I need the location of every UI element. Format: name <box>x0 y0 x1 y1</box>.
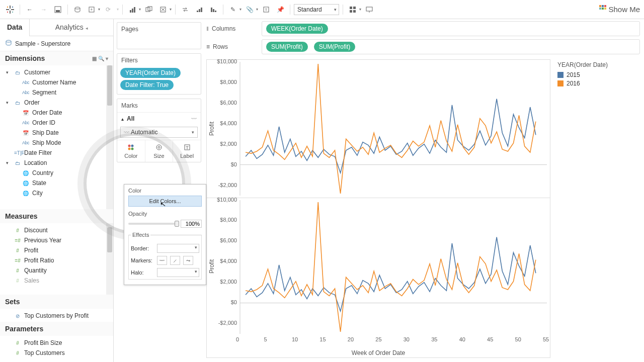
swap-icon[interactable]: ▾ <box>126 4 141 16</box>
mea-profit-ratio[interactable]: =#Profit Ratio <box>0 255 113 265</box>
svg-rect-24 <box>211 8 212 12</box>
parameters-header: Parameters <box>0 322 113 336</box>
dim-city[interactable]: 🌐City <box>0 188 113 198</box>
dim-order-date[interactable]: 📅Order Date <box>0 108 113 118</box>
show-me-button[interactable]: Show Me <box>608 5 640 14</box>
toolbar: ← → +▾ ⟳ ▾ ▾ ▾ ✎▾ 📎▾ T 📌 Standard ▾ Show… <box>0 0 644 19</box>
border-label: Border: <box>131 245 154 251</box>
columns-icon: ⦀ <box>206 25 209 32</box>
svg-rect-32 <box>353 10 356 13</box>
filter-pill-year[interactable]: YEAR(Order Date) <box>120 68 181 78</box>
marks-label-button[interactable]: T Label <box>173 140 201 162</box>
plot-area[interactable]: Profit-$2,000$0$2,000$4,000$6,000$8,000$… <box>206 59 550 358</box>
set-top-customers[interactable]: ⊘Top Customers by Profit <box>0 311 113 321</box>
tab-data[interactable]: Data <box>0 19 29 36</box>
color-legend[interactable]: YEAR(Order Date) 2015 2016 <box>554 59 640 358</box>
svg-rect-36 <box>602 5 604 7</box>
size-icon <box>155 143 163 151</box>
cards-icon[interactable]: ▾ <box>347 4 361 16</box>
dim-segment[interactable]: AbcSegment <box>0 87 113 98</box>
show-labels-icon[interactable]: T <box>260 4 272 16</box>
new-datasource-icon[interactable] <box>71 4 84 16</box>
data-source[interactable]: Sample - Superstore <box>0 36 113 51</box>
pin-icon[interactable]: 📌 <box>274 4 286 16</box>
dim-date-filter[interactable]: =T|FDate Filter <box>0 148 113 158</box>
opacity-label: Opacity <box>128 211 202 217</box>
mea-prev-year[interactable]: =#Previous Year <box>0 235 113 245</box>
rows-label: ≡Rows <box>206 43 257 50</box>
filter-pill-datefilter[interactable]: Date Filter: True <box>120 80 174 90</box>
col-pill-week[interactable]: WEEK(Order Date) <box>266 24 328 34</box>
opacity-slider[interactable] <box>128 223 178 225</box>
swap-rows-cols-icon[interactable] <box>179 4 191 16</box>
marks-type-select[interactable]: 〰 Automatic ▾ <box>120 127 198 138</box>
dim-customer-folder[interactable]: ▾🗀Customer <box>0 67 113 77</box>
new-worksheet-icon[interactable]: + <box>86 4 98 16</box>
halo-select[interactable] <box>157 268 199 277</box>
dim-order-id[interactable]: AbcOrder ID <box>0 118 113 128</box>
marks-color-button[interactable]: Color <box>117 140 145 162</box>
mea-discount[interactable]: #Discount <box>0 225 113 235</box>
pages-card: Pages <box>117 22 201 49</box>
svg-point-47 <box>158 146 160 148</box>
columns-shelf[interactable]: WEEK(Order Date) <box>262 21 640 36</box>
svg-rect-14 <box>132 9 133 13</box>
svg-rect-33 <box>366 7 372 11</box>
presentation-icon[interactable] <box>363 4 375 16</box>
marker-all[interactable]: ⟋ <box>170 256 180 265</box>
dim-state[interactable]: 🌐State <box>0 178 113 188</box>
rows-shelf[interactable]: SUM(Profit) SUM(Profit) <box>262 39 640 54</box>
svg-rect-26 <box>215 11 216 12</box>
legend-item-2015[interactable]: 2015 <box>557 71 637 78</box>
refresh-icon[interactable]: ⟳ <box>102 4 114 16</box>
param-profit-bin[interactable]: #Profit Bin Size <box>0 338 113 348</box>
save-icon[interactable] <box>52 4 64 16</box>
svg-rect-29 <box>350 7 352 9</box>
columns-label: ⦀Columns <box>206 25 257 32</box>
legend-item-2016[interactable]: 2016 <box>557 80 637 87</box>
svg-point-41 <box>6 40 11 42</box>
marker-selected[interactable]: ⤳ <box>183 256 193 265</box>
dim-country[interactable]: 🌐Country <box>0 168 113 178</box>
svg-rect-3 <box>11 9 14 10</box>
dim-location-folder[interactable]: ▾🗀Location <box>0 158 113 168</box>
datasource-icon <box>5 39 12 48</box>
svg-rect-4 <box>7 7 8 8</box>
mea-profit[interactable]: #Profit <box>0 245 113 255</box>
mea-quantity[interactable]: #Quantity <box>0 265 113 276</box>
border-select[interactable] <box>157 244 199 253</box>
row-pill-profit1[interactable]: SUM(Profit) <box>266 42 308 52</box>
svg-rect-6 <box>7 12 8 13</box>
marks-all-row[interactable]: ▴ All 〰 <box>117 112 201 125</box>
marks-size-button[interactable]: Size <box>145 140 174 162</box>
mea-sales[interactable]: #Sales <box>0 276 113 286</box>
svg-rect-23 <box>201 8 202 12</box>
fit-mode-select[interactable]: Standard <box>294 4 339 15</box>
svg-rect-21 <box>197 11 198 12</box>
show-me-icon <box>599 5 606 14</box>
sort-asc-icon[interactable] <box>193 4 205 16</box>
rows-icon: ≡ <box>206 43 210 50</box>
dim-ship-mode[interactable]: AbcShip Mode <box>0 138 113 148</box>
sets-header: Sets <box>0 295 113 309</box>
dim-customer-name[interactable]: AbcCustomer Name <box>0 77 113 87</box>
param-top-customers[interactable]: #Top Customers <box>0 348 113 358</box>
marker-none[interactable]: 〰 <box>157 256 167 265</box>
svg-rect-1 <box>10 11 11 14</box>
halo-label: Halo: <box>131 269 154 276</box>
opacity-input[interactable] <box>181 220 202 228</box>
dim-order-folder[interactable]: ▾🗀Order <box>0 98 113 108</box>
tab-analytics[interactable]: Analytics ◂ <box>29 19 113 36</box>
svg-point-44 <box>128 148 131 150</box>
duplicate-icon[interactable] <box>143 4 155 16</box>
highlight-icon[interactable]: ✎▾ <box>227 4 242 16</box>
clear-icon[interactable]: ▾ <box>157 4 172 16</box>
forward-icon[interactable]: → <box>38 4 50 16</box>
dim-ship-date[interactable]: 📅Ship Date <box>0 128 113 138</box>
sort-desc-icon[interactable] <box>207 4 219 16</box>
group-icon[interactable]: 📎▾ <box>244 4 258 16</box>
svg-rect-15 <box>134 7 135 13</box>
back-icon[interactable]: ← <box>24 4 36 16</box>
pause-updates-dropdown[interactable]: +▾ <box>86 4 100 16</box>
row-pill-profit2[interactable]: SUM(Profit) <box>314 42 356 52</box>
